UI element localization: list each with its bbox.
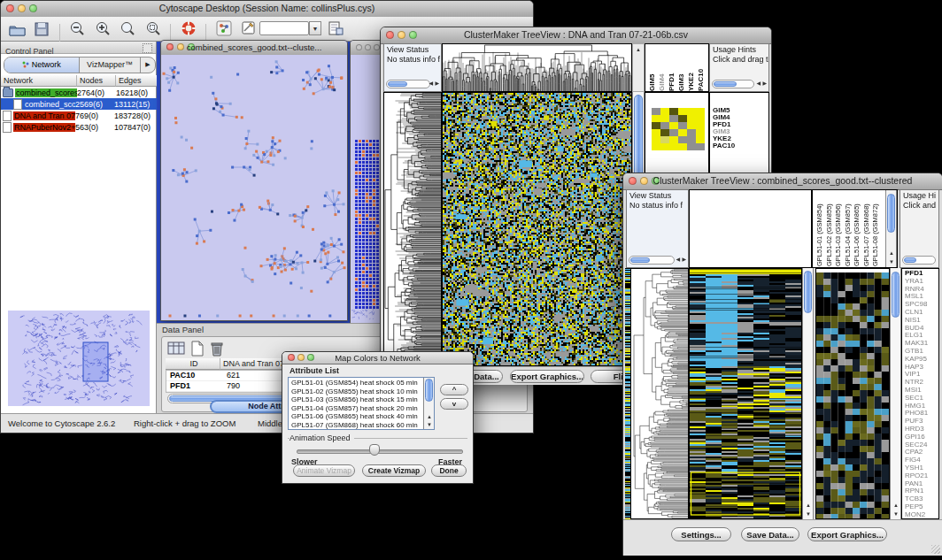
attribute-item[interactable]: GPL51-06 (GSM865) heat shock 40 min <box>290 412 422 421</box>
tv2-vscrollbar[interactable]: ▲ ▼ <box>802 268 814 519</box>
search-dropdown-button[interactable]: ▼ <box>309 21 321 35</box>
tv2-labels-vscrollbar[interactable]: ▲ ▼ <box>885 190 897 267</box>
column-header-nodes[interactable]: Nodes <box>77 75 116 87</box>
zoom-fit-icon[interactable] <box>117 19 138 38</box>
tab-vizmapper[interactable]: VizMapper™ <box>80 58 140 73</box>
network-row[interactable]: RNAPuberNov2+|563(0)107847(0) <box>1 121 157 133</box>
tv2-status-hscrollbar[interactable] <box>629 256 675 265</box>
main-titlebar[interactable]: Cytoscape Desktop (Session Name: collins… <box>1 1 533 18</box>
tv1-heatmap[interactable] <box>442 92 632 366</box>
resize-grip-icon[interactable] <box>931 545 940 554</box>
matrix-cell <box>687 108 696 115</box>
node-view-icon[interactable] <box>213 19 235 38</box>
attribute-listbox[interactable]: GPL51-01 (GSM854) heat shock 05 minGPL51… <box>288 377 435 430</box>
animation-slider-thumb[interactable] <box>369 444 380 456</box>
scroll-down-icon[interactable]: ▼ <box>806 510 811 518</box>
scroll-left-icon[interactable]: ◀ <box>676 256 680 263</box>
help-icon[interactable] <box>178 19 199 38</box>
tv2-zoom-vscrollbar[interactable]: ▲ ▼ <box>890 268 901 519</box>
gene-label[interactable]: PAC10 <box>713 142 768 150</box>
zoom-selected-icon[interactable] <box>143 19 164 38</box>
scroll-up-icon[interactable]: ▲ <box>806 502 811 509</box>
search-input[interactable] <box>259 21 309 35</box>
tv1-heatmap-canvas[interactable] <box>443 93 631 365</box>
open-session-icon[interactable] <box>6 20 27 40</box>
tv1-row-dendrogram-canvas[interactable] <box>384 93 441 365</box>
view-status-text: No status info f <box>627 200 688 210</box>
tv1-similarity-matrix[interactable] <box>652 108 705 150</box>
dialog-titlebar[interactable]: Map Colors to Network <box>282 352 473 364</box>
zoom-window-icon[interactable] <box>374 44 380 50</box>
tv2-zoom-heatmap[interactable] <box>815 268 890 519</box>
scroll-right-icon[interactable]: ▶ <box>435 80 439 87</box>
matrix-cell <box>660 115 669 122</box>
tv2-row-dendrogram[interactable] <box>630 268 689 519</box>
minimize-icon[interactable] <box>365 44 371 50</box>
scroll-up-icon[interactable]: ▲ <box>893 502 899 509</box>
attribute-item[interactable]: GPL51-07 (GSM868) heat shock 60 min <box>290 421 422 430</box>
settings-button[interactable]: Settings... <box>671 527 731 541</box>
tv2-column-dendrogram[interactable] <box>689 189 812 268</box>
tv2-hints-hscrollbar[interactable] <box>902 256 936 265</box>
attribute-item[interactable]: GPL51-02 (GSM855) heat shock 10 min <box>290 387 422 396</box>
scroll-down-icon[interactable]: ▼ <box>427 421 432 428</box>
network-edges-count: 183728(0) <box>114 111 155 120</box>
create-vizmap-button[interactable]: Create Vizmap <box>362 464 426 477</box>
tv1-hints-hscrollbar[interactable] <box>712 80 754 88</box>
column-header-id[interactable]: ID <box>166 358 220 370</box>
network-row[interactable]: DNA and Tran 07769(0)183728(0) <box>1 110 157 121</box>
zoom-in-icon[interactable] <box>92 19 113 38</box>
tv2-titlebar[interactable]: ClusterMaker TreeView : combined_scores_… <box>623 173 942 190</box>
attribute-item[interactable]: GPL51-03 (GSM856) heat shock 15 min <box>290 395 422 404</box>
scroll-right-icon[interactable]: ▶ <box>762 80 767 87</box>
column-header-edges[interactable]: Edges <box>116 75 157 87</box>
network-row[interactable]: combined_sco2569(6)13112(15) <box>1 98 157 110</box>
attribute-item[interactable]: GPL51-04 (GSM857) heat shock 20 min <box>290 404 422 413</box>
tv1-row-dendrogram[interactable] <box>383 92 442 366</box>
zoom-out-icon[interactable] <box>66 19 88 38</box>
close-icon[interactable] <box>356 44 362 50</box>
tv2-row-dendrogram-canvas[interactable] <box>631 269 688 518</box>
float-panel-icon[interactable] <box>143 43 152 53</box>
tab-network[interactable]: Network <box>4 58 80 73</box>
tv1-status-hscrollbar[interactable] <box>386 80 430 88</box>
network-view-2-titlebar[interactable] <box>351 41 382 56</box>
scroll-up-icon[interactable]: ▲ <box>889 249 894 257</box>
done-button[interactable]: Done <box>431 464 467 477</box>
export-graphics-button[interactable]: Export Graphics... <box>510 370 584 383</box>
import-table-icon[interactable] <box>325 19 346 38</box>
move-down-button[interactable]: v <box>440 398 468 410</box>
scroll-up-icon[interactable]: ▲ <box>636 46 641 53</box>
network-canvas[interactable] <box>161 55 347 320</box>
network-row[interactable]: combined_scores2764(0)16218(0) <box>1 87 157 98</box>
network-view-titlebar[interactable]: combined_scores_good.txt--cluste... <box>161 41 347 56</box>
gene-label[interactable]: MON2 <box>905 511 938 519</box>
save-session-icon[interactable] <box>31 19 52 39</box>
scroll-down-icon[interactable]: ▼ <box>893 510 899 518</box>
attribute-list-vscrollbar[interactable]: ▲ ▼ <box>423 378 434 429</box>
new-attribute-icon[interactable] <box>187 339 208 358</box>
scroll-right-icon[interactable]: ▶ <box>682 256 686 263</box>
scroll-up-icon[interactable]: ▲ <box>427 413 432 420</box>
thumbnail-canvas[interactable] <box>8 311 150 406</box>
tv2-zoom-heatmap-canvas[interactable] <box>816 269 889 518</box>
tv2-heatmap[interactable] <box>689 268 802 519</box>
tv1-titlebar[interactable]: ClusterMaker TreeView : DNA and Tran 07-… <box>381 27 771 44</box>
attribute-item[interactable]: GPL51-01 (GSM854) heat shock 05 min <box>290 379 422 387</box>
save-data-button[interactable]: Save Data... <box>741 527 799 541</box>
slice-canvas[interactable] <box>351 55 382 336</box>
move-up-button[interactable]: ^ <box>440 384 468 395</box>
scroll-down-icon[interactable]: ▼ <box>889 258 894 265</box>
column-header-network[interactable]: Network <box>1 75 77 87</box>
scroll-left-icon[interactable]: ◀ <box>429 80 433 87</box>
tv1-col-dendrogram-canvas[interactable] <box>443 44 631 91</box>
animation-slider-track[interactable] <box>297 449 463 454</box>
tv1-column-dendrogram[interactable] <box>442 43 632 92</box>
annotation-icon[interactable] <box>238 19 259 38</box>
scroll-left-icon[interactable]: ◀ <box>756 80 761 87</box>
delete-attribute-icon[interactable] <box>206 339 228 358</box>
attribute-table-icon[interactable] <box>166 339 187 358</box>
export-graphics-button[interactable]: Export Graphics... <box>807 527 887 541</box>
tab-overflow-button[interactable]: ▶ <box>140 58 155 73</box>
tv2-heatmap-canvas[interactable] <box>690 269 801 518</box>
